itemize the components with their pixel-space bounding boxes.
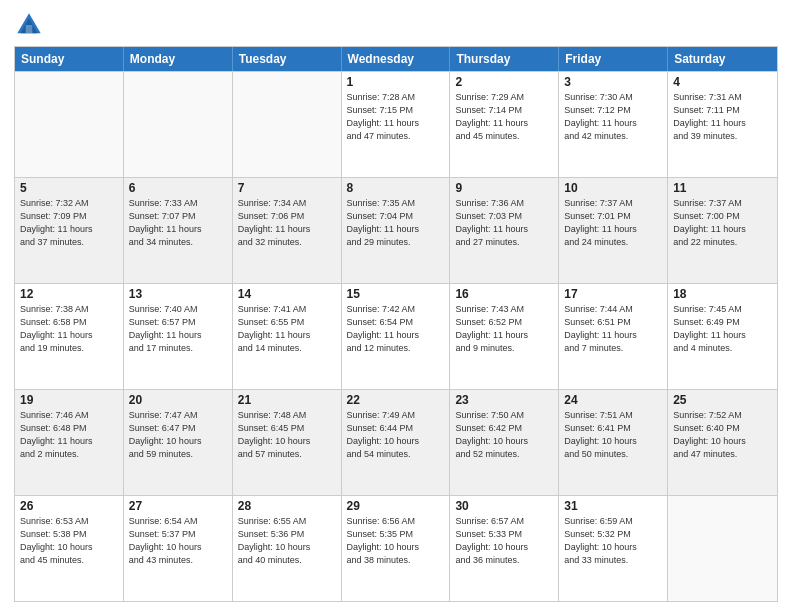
calendar-cell: 31Sunrise: 6:59 AM Sunset: 5:32 PM Dayli… — [559, 496, 668, 601]
calendar-header-row: SundayMondayTuesdayWednesdayThursdayFrid… — [15, 47, 777, 71]
calendar-cell: 17Sunrise: 7:44 AM Sunset: 6:51 PM Dayli… — [559, 284, 668, 389]
day-number: 27 — [129, 499, 227, 513]
day-info: Sunrise: 7:29 AM Sunset: 7:14 PM Dayligh… — [455, 91, 553, 143]
day-info: Sunrise: 7:36 AM Sunset: 7:03 PM Dayligh… — [455, 197, 553, 249]
calendar-cell: 28Sunrise: 6:55 AM Sunset: 5:36 PM Dayli… — [233, 496, 342, 601]
calendar-header-cell: Wednesday — [342, 47, 451, 71]
day-number: 19 — [20, 393, 118, 407]
calendar-week: 1Sunrise: 7:28 AM Sunset: 7:15 PM Daylig… — [15, 71, 777, 177]
logo — [14, 10, 46, 40]
day-number: 17 — [564, 287, 662, 301]
day-number: 18 — [673, 287, 772, 301]
calendar-cell: 10Sunrise: 7:37 AM Sunset: 7:01 PM Dayli… — [559, 178, 668, 283]
calendar-cell: 29Sunrise: 6:56 AM Sunset: 5:35 PM Dayli… — [342, 496, 451, 601]
day-info: Sunrise: 7:50 AM Sunset: 6:42 PM Dayligh… — [455, 409, 553, 461]
day-number: 12 — [20, 287, 118, 301]
day-number: 7 — [238, 181, 336, 195]
day-info: Sunrise: 7:37 AM Sunset: 7:01 PM Dayligh… — [564, 197, 662, 249]
calendar-cell: 13Sunrise: 7:40 AM Sunset: 6:57 PM Dayli… — [124, 284, 233, 389]
day-info: Sunrise: 7:38 AM Sunset: 6:58 PM Dayligh… — [20, 303, 118, 355]
day-number: 5 — [20, 181, 118, 195]
calendar-header-cell: Saturday — [668, 47, 777, 71]
day-info: Sunrise: 6:56 AM Sunset: 5:35 PM Dayligh… — [347, 515, 445, 567]
day-number: 2 — [455, 75, 553, 89]
calendar-cell: 14Sunrise: 7:41 AM Sunset: 6:55 PM Dayli… — [233, 284, 342, 389]
day-number: 26 — [20, 499, 118, 513]
calendar-week: 12Sunrise: 7:38 AM Sunset: 6:58 PM Dayli… — [15, 283, 777, 389]
calendar-cell: 26Sunrise: 6:53 AM Sunset: 5:38 PM Dayli… — [15, 496, 124, 601]
day-info: Sunrise: 7:52 AM Sunset: 6:40 PM Dayligh… — [673, 409, 772, 461]
day-info: Sunrise: 7:51 AM Sunset: 6:41 PM Dayligh… — [564, 409, 662, 461]
day-number: 14 — [238, 287, 336, 301]
calendar-cell: 16Sunrise: 7:43 AM Sunset: 6:52 PM Dayli… — [450, 284, 559, 389]
calendar-cell: 24Sunrise: 7:51 AM Sunset: 6:41 PM Dayli… — [559, 390, 668, 495]
calendar-cell — [668, 496, 777, 601]
day-info: Sunrise: 7:32 AM Sunset: 7:09 PM Dayligh… — [20, 197, 118, 249]
day-number: 16 — [455, 287, 553, 301]
day-info: Sunrise: 6:53 AM Sunset: 5:38 PM Dayligh… — [20, 515, 118, 567]
logo-icon — [14, 10, 44, 40]
day-number: 9 — [455, 181, 553, 195]
calendar-cell: 7Sunrise: 7:34 AM Sunset: 7:06 PM Daylig… — [233, 178, 342, 283]
calendar-body: 1Sunrise: 7:28 AM Sunset: 7:15 PM Daylig… — [15, 71, 777, 601]
calendar-cell: 25Sunrise: 7:52 AM Sunset: 6:40 PM Dayli… — [668, 390, 777, 495]
calendar-cell: 22Sunrise: 7:49 AM Sunset: 6:44 PM Dayli… — [342, 390, 451, 495]
day-info: Sunrise: 6:57 AM Sunset: 5:33 PM Dayligh… — [455, 515, 553, 567]
day-info: Sunrise: 7:35 AM Sunset: 7:04 PM Dayligh… — [347, 197, 445, 249]
svg-rect-2 — [26, 25, 33, 33]
day-info: Sunrise: 6:55 AM Sunset: 5:36 PM Dayligh… — [238, 515, 336, 567]
day-info: Sunrise: 7:33 AM Sunset: 7:07 PM Dayligh… — [129, 197, 227, 249]
day-info: Sunrise: 7:31 AM Sunset: 7:11 PM Dayligh… — [673, 91, 772, 143]
calendar-cell: 11Sunrise: 7:37 AM Sunset: 7:00 PM Dayli… — [668, 178, 777, 283]
calendar-header-cell: Friday — [559, 47, 668, 71]
calendar-header-cell: Monday — [124, 47, 233, 71]
calendar-cell — [124, 72, 233, 177]
day-number: 21 — [238, 393, 336, 407]
calendar-cell: 4Sunrise: 7:31 AM Sunset: 7:11 PM Daylig… — [668, 72, 777, 177]
day-number: 10 — [564, 181, 662, 195]
day-info: Sunrise: 6:54 AM Sunset: 5:37 PM Dayligh… — [129, 515, 227, 567]
day-number: 24 — [564, 393, 662, 407]
calendar-week: 19Sunrise: 7:46 AM Sunset: 6:48 PM Dayli… — [15, 389, 777, 495]
calendar-cell: 18Sunrise: 7:45 AM Sunset: 6:49 PM Dayli… — [668, 284, 777, 389]
day-info: Sunrise: 7:45 AM Sunset: 6:49 PM Dayligh… — [673, 303, 772, 355]
day-number: 20 — [129, 393, 227, 407]
calendar-cell — [15, 72, 124, 177]
day-info: Sunrise: 7:40 AM Sunset: 6:57 PM Dayligh… — [129, 303, 227, 355]
day-info: Sunrise: 7:44 AM Sunset: 6:51 PM Dayligh… — [564, 303, 662, 355]
day-info: Sunrise: 7:37 AM Sunset: 7:00 PM Dayligh… — [673, 197, 772, 249]
calendar-cell: 30Sunrise: 6:57 AM Sunset: 5:33 PM Dayli… — [450, 496, 559, 601]
calendar: SundayMondayTuesdayWednesdayThursdayFrid… — [14, 46, 778, 602]
calendar-header-cell: Tuesday — [233, 47, 342, 71]
calendar-cell: 5Sunrise: 7:32 AM Sunset: 7:09 PM Daylig… — [15, 178, 124, 283]
day-number: 3 — [564, 75, 662, 89]
calendar-week: 26Sunrise: 6:53 AM Sunset: 5:38 PM Dayli… — [15, 495, 777, 601]
calendar-cell: 3Sunrise: 7:30 AM Sunset: 7:12 PM Daylig… — [559, 72, 668, 177]
calendar-cell: 21Sunrise: 7:48 AM Sunset: 6:45 PM Dayli… — [233, 390, 342, 495]
day-info: Sunrise: 6:59 AM Sunset: 5:32 PM Dayligh… — [564, 515, 662, 567]
day-info: Sunrise: 7:30 AM Sunset: 7:12 PM Dayligh… — [564, 91, 662, 143]
day-number: 29 — [347, 499, 445, 513]
day-number: 30 — [455, 499, 553, 513]
day-number: 25 — [673, 393, 772, 407]
day-number: 28 — [238, 499, 336, 513]
day-number: 31 — [564, 499, 662, 513]
day-info: Sunrise: 7:43 AM Sunset: 6:52 PM Dayligh… — [455, 303, 553, 355]
header — [14, 10, 778, 40]
calendar-cell — [233, 72, 342, 177]
calendar-cell: 8Sunrise: 7:35 AM Sunset: 7:04 PM Daylig… — [342, 178, 451, 283]
calendar-cell: 27Sunrise: 6:54 AM Sunset: 5:37 PM Dayli… — [124, 496, 233, 601]
calendar-cell: 1Sunrise: 7:28 AM Sunset: 7:15 PM Daylig… — [342, 72, 451, 177]
calendar-cell: 23Sunrise: 7:50 AM Sunset: 6:42 PM Dayli… — [450, 390, 559, 495]
day-number: 8 — [347, 181, 445, 195]
calendar-cell: 2Sunrise: 7:29 AM Sunset: 7:14 PM Daylig… — [450, 72, 559, 177]
calendar-week: 5Sunrise: 7:32 AM Sunset: 7:09 PM Daylig… — [15, 177, 777, 283]
day-info: Sunrise: 7:46 AM Sunset: 6:48 PM Dayligh… — [20, 409, 118, 461]
day-number: 6 — [129, 181, 227, 195]
calendar-cell: 19Sunrise: 7:46 AM Sunset: 6:48 PM Dayli… — [15, 390, 124, 495]
day-number: 4 — [673, 75, 772, 89]
day-number: 13 — [129, 287, 227, 301]
day-number: 23 — [455, 393, 553, 407]
day-info: Sunrise: 7:47 AM Sunset: 6:47 PM Dayligh… — [129, 409, 227, 461]
day-number: 15 — [347, 287, 445, 301]
